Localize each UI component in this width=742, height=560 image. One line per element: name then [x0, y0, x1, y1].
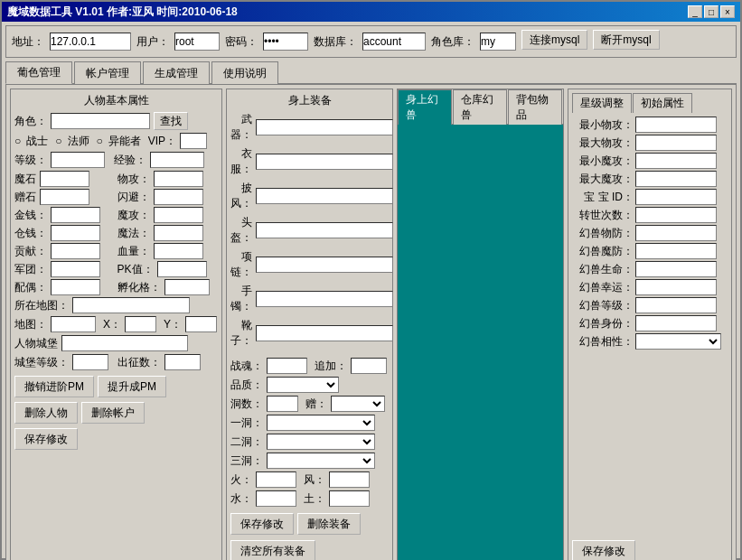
map-input[interactable]: [51, 316, 96, 332]
db-input[interactable]: [362, 33, 426, 51]
hole2-select[interactable]: [267, 434, 375, 450]
expedition-label: 出征数：: [117, 355, 161, 370]
cape-input[interactable]: [256, 188, 393, 204]
star-tab-adjust[interactable]: 星级调整: [572, 93, 632, 113]
pet-id-input[interactable]: [635, 189, 717, 205]
tab-help[interactable]: 使用说明: [211, 61, 278, 84]
x-label: X：: [103, 317, 121, 332]
wind-input[interactable]: [329, 471, 370, 488]
pet-identity-input[interactable]: [635, 315, 717, 331]
pet-hp-input[interactable]: [635, 261, 717, 277]
hatch-input[interactable]: [164, 279, 210, 295]
gold-row: 金钱：: [14, 207, 116, 223]
gift-select[interactable]: [331, 396, 385, 412]
star-tab-initial[interactable]: 初始属性: [633, 93, 692, 113]
close-button[interactable]: ×: [720, 5, 735, 18]
hole3-select[interactable]: [267, 453, 375, 469]
pet-level-row: 幻兽等级：: [572, 297, 728, 313]
magic-atk-input[interactable]: [154, 207, 203, 223]
search-button[interactable]: 查找: [154, 112, 188, 130]
x-input[interactable]: [125, 316, 156, 332]
vip-input[interactable]: [180, 133, 207, 149]
helmet-input[interactable]: [256, 222, 393, 238]
magic-atk-label: 魔攻：: [117, 208, 150, 223]
weapon-input[interactable]: [256, 119, 393, 135]
level-input[interactable]: [51, 152, 105, 168]
equip-clear-button[interactable]: 清空所有装备: [230, 540, 315, 560]
phy-atk-input[interactable]: [154, 171, 203, 187]
water-input[interactable]: [256, 490, 296, 507]
pwd-input[interactable]: [263, 33, 308, 51]
user-input[interactable]: [174, 33, 220, 51]
magic-input[interactable]: [154, 225, 203, 241]
max-phy-atk-input[interactable]: [635, 135, 717, 151]
hp-input[interactable]: [154, 243, 203, 259]
pet-luck-input[interactable]: [635, 279, 717, 295]
magic-label: 魔法：: [117, 226, 150, 241]
castle-level-input[interactable]: [72, 354, 108, 370]
y-label: Y：: [164, 317, 182, 332]
equip-save-button[interactable]: 保存修改: [230, 513, 294, 535]
battle-soul-input[interactable]: [267, 358, 307, 374]
minimize-button[interactable]: _: [688, 5, 702, 18]
promote-pm-button[interactable]: 提升成PM: [98, 376, 166, 397]
contribute-input[interactable]: [51, 243, 100, 259]
pet-affinity-select[interactable]: [635, 333, 721, 350]
pet-phy-def-input[interactable]: [635, 225, 717, 241]
db-label: 数据库：: [314, 34, 357, 50]
add-input[interactable]: [351, 358, 387, 374]
quality-select[interactable]: [267, 377, 339, 393]
gem-input[interactable]: [40, 189, 89, 205]
bracelet-input[interactable]: [256, 291, 393, 307]
addr-input[interactable]: [50, 33, 131, 51]
delete-char-button[interactable]: 删除人物: [14, 402, 78, 424]
army-input[interactable]: [51, 261, 100, 277]
pet-tab-backpack[interactable]: 背包物品: [508, 89, 562, 125]
min-mag-atk-input[interactable]: [635, 153, 717, 169]
pet-level-input[interactable]: [635, 297, 717, 313]
min-phy-atk-input[interactable]: [635, 117, 717, 133]
pet-tab-on-body[interactable]: 身上幻兽: [398, 89, 452, 125]
max-mag-atk-input[interactable]: [635, 171, 717, 187]
tab-account[interactable]: 帐户管理: [74, 61, 141, 84]
hole1-select[interactable]: [267, 415, 375, 431]
magic-stone-input[interactable]: [40, 171, 89, 187]
clothes-input[interactable]: [256, 154, 393, 170]
transfer-input[interactable]: [635, 207, 717, 223]
flash-input[interactable]: [154, 189, 203, 205]
role-input[interactable]: [480, 33, 516, 51]
equip-clear-row: 清空所有装备: [230, 540, 389, 560]
necklace-input[interactable]: [256, 257, 393, 273]
pk-input[interactable]: [157, 261, 207, 277]
role-input[interactable]: [51, 113, 150, 129]
battle-soul-label: 战魂：: [230, 359, 263, 374]
fire-input[interactable]: [256, 471, 296, 488]
pet-tab-warehouse[interactable]: 仓库幻兽: [453, 89, 507, 125]
pet-mag-def-input[interactable]: [635, 243, 717, 259]
shoes-row: 靴子：: [230, 318, 389, 349]
disconnect-button[interactable]: 断开mysql: [593, 30, 659, 50]
delete-account-button[interactable]: 删除帐户: [81, 402, 145, 424]
tab-generate[interactable]: 生成管理: [143, 61, 210, 84]
expedition-input[interactable]: [164, 354, 201, 370]
pet-phy-def-label: 幻兽物防：: [572, 226, 634, 241]
circle-warrior: ○: [14, 135, 21, 147]
weapon-label: 武器：: [230, 112, 252, 143]
cur-map-input[interactable]: [72, 297, 190, 313]
gold-input[interactable]: [51, 207, 100, 223]
exp-input[interactable]: [150, 152, 204, 168]
earth-input[interactable]: [329, 490, 370, 507]
tab-grape[interactable]: 葡色管理: [5, 61, 72, 84]
maximize-button[interactable]: □: [704, 5, 719, 18]
match-input[interactable]: [51, 279, 100, 295]
char-castle-input[interactable]: [61, 335, 188, 351]
left-save-button[interactable]: 保存修改: [14, 428, 78, 450]
undo-pm-button[interactable]: 撤销进阶PM: [14, 376, 94, 397]
holes-input[interactable]: [267, 396, 298, 412]
warehouse-input[interactable]: [51, 225, 100, 241]
shoes-input[interactable]: [256, 325, 393, 341]
y-input[interactable]: [185, 316, 217, 332]
equip-delete-button[interactable]: 删除装备: [297, 513, 361, 535]
connect-button[interactable]: 连接mysql: [521, 30, 587, 50]
right-save-button[interactable]: 保存修改: [572, 540, 635, 560]
